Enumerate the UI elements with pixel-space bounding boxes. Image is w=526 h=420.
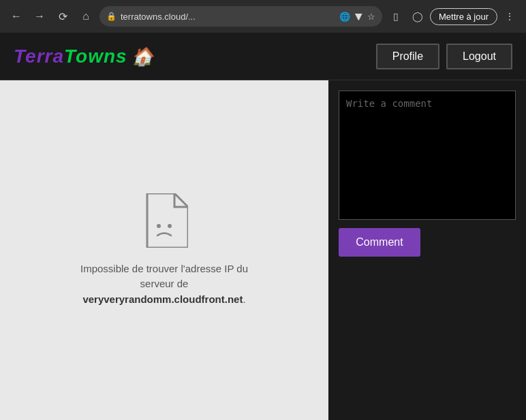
star-icon: ☆ [367, 12, 375, 22]
profile-icon-button[interactable]: ◯ [408, 7, 427, 26]
translate-icon: 🌐 [339, 12, 350, 22]
right-panel: Comment [328, 80, 526, 420]
logout-button[interactable]: Logout [446, 44, 512, 69]
logo: TerraTowns🏠 [14, 46, 154, 67]
left-panel: Impossible de trouver l'adresse IP du se… [0, 80, 328, 420]
error-message: Impossible de trouver l'adresse IP du se… [80, 261, 248, 308]
address-bar[interactable]: 🔒 terratowns.cloud/... 🌐 ⯆ ☆ [99, 6, 382, 27]
home-button[interactable]: ⌂ [76, 7, 95, 26]
profile-button[interactable]: Profile [376, 44, 439, 69]
reload-button[interactable]: ⟳ [53, 7, 72, 26]
update-button[interactable]: Mettre à jour [430, 8, 497, 25]
error-document-icon [140, 193, 188, 248]
error-period: . [243, 293, 245, 305]
comment-button[interactable]: Comment [339, 228, 420, 257]
error-domain: veryveryrandomm.cloudfront.net [82, 293, 243, 305]
logo-towns: Towns [64, 46, 127, 67]
browser-actions: ▯ ◯ Mettre à jour ⋮ [386, 7, 519, 26]
main-content: Impossible de trouver l'adresse IP du se… [0, 80, 526, 420]
svg-point-1 [168, 224, 172, 228]
error-line1: Impossible de trouver l'adresse IP du [80, 263, 248, 274]
error-line2: serveur de [140, 278, 189, 289]
svg-point-0 [157, 224, 161, 228]
browser-chrome: ← → ⟳ ⌂ 🔒 terratowns.cloud/... 🌐 ⯆ ☆ ▯ ◯… [0, 0, 526, 33]
comment-textarea[interactable] [339, 91, 516, 220]
forward-button[interactable]: → [30, 7, 49, 26]
back-button[interactable]: ← [7, 7, 26, 26]
extensions-button[interactable]: ▯ [386, 7, 405, 26]
header-buttons: Profile Logout [376, 44, 512, 69]
share-icon: ⯆ [354, 12, 363, 22]
logo-terra: Terra [14, 46, 64, 67]
menu-button[interactable]: ⋮ [500, 7, 519, 26]
lock-icon: 🔒 [106, 12, 117, 21]
error-content: Impossible de trouver l'adresse IP du se… [67, 180, 262, 321]
app-header: TerraTowns🏠 Profile Logout [0, 33, 526, 80]
url-text: terratowns.cloud/... [121, 12, 196, 22]
app-container: TerraTowns🏠 Profile Logout Imp [0, 33, 526, 420]
logo-icon: 🏠 [132, 46, 154, 67]
